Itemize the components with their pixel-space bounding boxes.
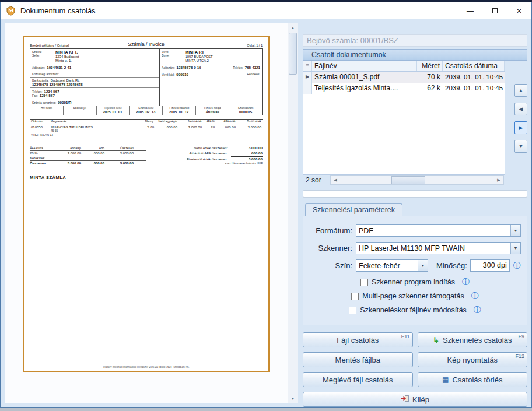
exit-button[interactable]: Kilép bbox=[303, 392, 527, 407]
color-select[interactable]: Fekete-fehér ▼ bbox=[356, 259, 428, 272]
close-button[interactable]: ✕ bbox=[507, 2, 531, 19]
scroll-up-icon[interactable]: ▲ bbox=[288, 23, 298, 32]
info-icon[interactable]: ⓘ bbox=[462, 277, 470, 287]
rename-on-scan-checkbox[interactable] bbox=[349, 307, 356, 314]
invoice-item-row: 010056 MUANYAG TIPLI BEUTOS 5.00 600.00 … bbox=[30, 124, 262, 129]
move-right-button[interactable]: ▶ bbox=[514, 121, 527, 134]
invoice-doc-title: Számla / Invoice bbox=[107, 41, 186, 47]
incoming-invoice-reference: Bejövő számla: 00001/BSZ bbox=[303, 34, 527, 47]
buyer-label: VevőBuyer bbox=[162, 50, 183, 62]
button-label: Fájl csatolás bbox=[337, 336, 379, 345]
cell-size: 70 k bbox=[417, 72, 443, 83]
format-select[interactable]: PDF ▼ bbox=[356, 224, 521, 237]
quality-input[interactable]: 300 dpi bbox=[470, 259, 510, 272]
info-icon[interactable]: ⓘ bbox=[474, 305, 481, 315]
date-cell: Hiv. szám bbox=[30, 106, 64, 115]
invoice-item-sub: VTSZ: IN EAN-13 bbox=[30, 134, 262, 138]
checkbox-row-scanner-program: Szkenner program indítás ⓘ bbox=[309, 277, 521, 287]
column-header-attach-date[interactable]: Csatolás dátuma bbox=[443, 61, 505, 71]
print-image-button[interactable]: Kép nyomtatás F12 bbox=[418, 352, 528, 367]
button-label: Szkennelés csatolás bbox=[443, 336, 512, 345]
maximize-icon bbox=[492, 8, 498, 13]
attached-documents-grid[interactable]: ≡ Fájlnév Méret Csatolás dátuma ▶ Számla… bbox=[303, 61, 505, 185]
delete-attachment-button[interactable]: ▦ Csatolás törlés bbox=[418, 372, 528, 387]
preview-vertical-scrollbar[interactable]: ▲ ▼ bbox=[288, 23, 298, 403]
tab-scan-parameters[interactable]: Szkennelési paraméterek bbox=[305, 203, 402, 216]
current-row-marker-icon: ▶ bbox=[303, 72, 312, 83]
seller-eu-tax-row: Közösségi adószám: bbox=[30, 71, 159, 78]
seller-addr1: 1234 Budapest bbox=[55, 55, 79, 58]
format-label: Formátum: bbox=[309, 226, 352, 235]
cell-filename: Számla 00001_S.pdf bbox=[312, 72, 417, 83]
cell-date: 2039. 01. 01. 10:45 bbox=[443, 72, 505, 83]
seller-identity: MINTA KFT. 1234 Budapest Minta u. 1. bbox=[55, 50, 79, 62]
status-strip bbox=[303, 190, 527, 198]
invoice-topline: Eredeti példány / Original Számla / Invo… bbox=[30, 41, 262, 47]
scan-attach-button[interactable]: ↳ Szkennelés csatolás F9 bbox=[418, 332, 528, 347]
buyer-code-row: Vevő kód:000010 Rendelés: bbox=[160, 71, 262, 78]
cell-date: 2039. 01. 01. 10:45 bbox=[443, 83, 505, 94]
checkbox-row-multipage: Multi-page szkenner támogatás ⓘ bbox=[309, 291, 521, 301]
chevron-down-icon[interactable]: ▼ bbox=[418, 260, 428, 271]
invoice-vat-table: ÁFA kulcs Adóalap Adó Összesen 20 % 3 00… bbox=[30, 146, 146, 166]
scrollbar-thumb[interactable] bbox=[289, 33, 297, 75]
scan-parameters-panel: Formátum: PDF ▼ Szkenner: HP LaserJet M1… bbox=[303, 216, 527, 325]
file-attach-button[interactable]: Fájl csatolás F11 bbox=[303, 332, 413, 347]
color-value: Fekete-fehér bbox=[359, 262, 400, 270]
dialog-body: Eredeti példány / Original Számla / Invo… bbox=[1, 19, 531, 407]
seller-name: MINTA KFT. bbox=[55, 50, 78, 54]
scroll-down-icon[interactable]: ▼ bbox=[288, 394, 298, 403]
minimize-button[interactable]: — bbox=[458, 2, 482, 19]
date-cell: Fizetési határidő2005. 01. 12. bbox=[163, 106, 196, 115]
seller-invoice-number-row: Számla sorszáma:00001/R bbox=[30, 99, 159, 106]
multipage-checkbox[interactable] bbox=[351, 293, 359, 300]
action-buttons: Fájl csatolás F11 ↳ Szkennelés csatolás … bbox=[303, 332, 527, 387]
info-icon[interactable]: ⓘ bbox=[513, 261, 521, 271]
info-icon[interactable]: ⓘ bbox=[471, 291, 479, 301]
attached-documents-zone: ≡ Fájlnév Méret Csatolás dátuma ▶ Számla… bbox=[303, 61, 527, 185]
move-left-button[interactable]: ◀ bbox=[514, 103, 527, 115]
record-navigation-buttons: ▲ ◀ ▶ ▼ bbox=[514, 84, 527, 159]
chevron-down-icon[interactable]: ▼ bbox=[510, 225, 520, 236]
quality-label: Minőség: bbox=[436, 261, 467, 270]
cell-size: 62 k bbox=[417, 83, 443, 94]
table-row[interactable]: ▶ Számla 00001_S.pdf 70 k 2039. 01. 01. … bbox=[303, 72, 505, 83]
grid-delete-icon: ▦ bbox=[442, 375, 449, 384]
scanner-label: Szkenner: bbox=[309, 244, 352, 252]
move-down-button[interactable]: ▼ bbox=[514, 140, 527, 153]
maximize-button[interactable] bbox=[482, 2, 507, 19]
format-value: PDF bbox=[359, 227, 373, 235]
column-header-size[interactable]: Méret bbox=[417, 61, 443, 71]
checkbox-label: Szkenner program indítás bbox=[372, 278, 455, 286]
hscroll-right-icon[interactable]: ▶ bbox=[494, 176, 503, 184]
buyer-name: MINTA RT bbox=[185, 50, 204, 54]
buyer-addr2: MINTA UTCA 2 bbox=[185, 59, 212, 62]
buyer-tax-row: Adószám:12345678-9-10 Telefon:765-4321 bbox=[160, 64, 262, 71]
document-preview-panel: Eredeti példány / Original Számla / Invo… bbox=[5, 23, 298, 403]
button-label: Kép nyomtatás bbox=[447, 356, 498, 364]
hotkey-f12: F12 bbox=[515, 353, 524, 359]
table-row[interactable]: Teljesítés igazolás Minta.... 62 k 2039.… bbox=[303, 83, 505, 94]
hotkey-f9: F9 bbox=[518, 333, 524, 339]
invoice-buyer-block: VevőBuyer MINTA RT 1097 BUDAPEST MINTA U… bbox=[160, 49, 262, 106]
grid-horizontal-scrollbar[interactable]: ◀ ▶ bbox=[330, 175, 504, 185]
move-up-button[interactable]: ▲ bbox=[514, 84, 527, 97]
grid-corner-icon: ≡ bbox=[303, 61, 312, 71]
grid-header-row: ≡ Fájlnév Méret Csatolás dátuma bbox=[303, 61, 505, 72]
invoice-footer: Vectory Integrált Információs Rendszer 2… bbox=[24, 366, 268, 368]
date-cell: Számlaszám00001/S bbox=[229, 106, 262, 115]
chevron-down-icon[interactable]: ▼ bbox=[510, 243, 520, 254]
date-cell: Teljesítés kelte2005. 01. 01. bbox=[97, 106, 130, 115]
button-label: Mentés fájlba bbox=[335, 356, 380, 364]
scanner-select[interactable]: HP LaserJet M1130 MFP TWAIN ▼ bbox=[356, 242, 521, 254]
column-header-filename[interactable]: Fájlnév bbox=[312, 61, 417, 71]
attach-existing-file-button[interactable]: Meglévő fájl csatolás bbox=[303, 372, 413, 387]
save-to-file-button[interactable]: Mentés fájlba bbox=[303, 352, 413, 367]
invoice-summary: ÁFA kulcs Adóalap Adó Összesen 20 % 3 00… bbox=[30, 146, 262, 166]
invoice-preview-page: Eredeti példány / Original Számla / Invo… bbox=[23, 36, 270, 372]
row-count-label: 2 sor bbox=[303, 176, 330, 184]
hscroll-left-icon[interactable]: ◀ bbox=[331, 176, 340, 184]
checkbox-row-rename-on-scan: Szkenneléskor fájlnév módosítás ⓘ bbox=[309, 305, 521, 315]
hscroll-thumb[interactable] bbox=[391, 176, 425, 184]
scanner-program-checkbox[interactable] bbox=[360, 279, 368, 286]
